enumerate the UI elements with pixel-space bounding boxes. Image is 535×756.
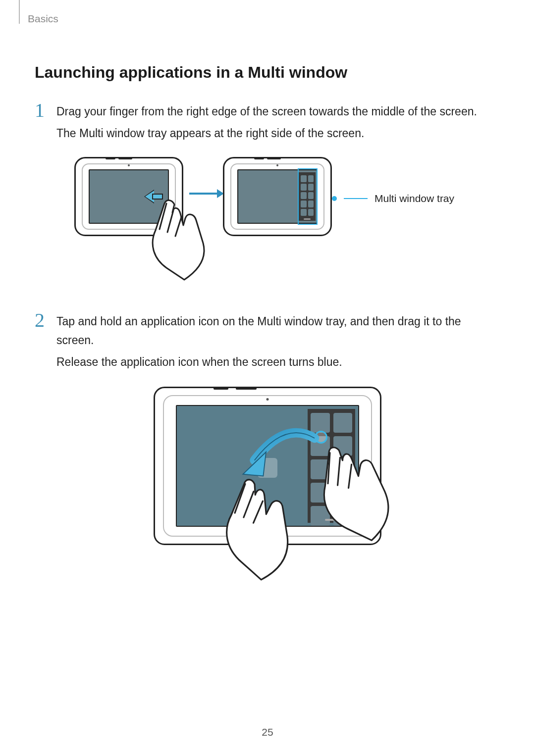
step-1-line-2: The Multi window tray appears at the rig… — [56, 124, 500, 143]
hand-icon — [309, 436, 407, 551]
step-1-line-1: Drag your finger from the right edge of … — [56, 102, 500, 121]
step-2-number: 2 — [35, 310, 56, 330]
hand-icon — [212, 473, 310, 588]
transition-arrow-icon — [189, 193, 218, 195]
touch-ring-icon — [315, 431, 327, 444]
page-number: 25 — [262, 726, 273, 738]
header-rule — [19, 0, 20, 24]
drop-target-icon — [258, 458, 277, 478]
step-1-number: 1 — [35, 101, 56, 120]
header-section: Basics — [28, 13, 500, 25]
section-title: Launching applications in a Multi window — [35, 63, 500, 82]
step-2-line-2: Release the application icon when the sc… — [56, 353, 500, 372]
hand-icon — [145, 196, 224, 285]
callout-tray: Multi window tray — [332, 193, 454, 204]
figure-1: Multi window tray — [74, 157, 500, 281]
tray-highlight-box — [298, 168, 318, 225]
step-2-line-1: Tap and hold an application icon on the … — [56, 312, 500, 350]
figure-2 — [144, 387, 391, 600]
step-1: 1 Drag your finger from the right edge o… — [35, 101, 500, 143]
step-2: 2 Tap and hold an application icon on th… — [35, 310, 500, 372]
tablet-after — [223, 157, 332, 236]
callout-tray-label: Multi window tray — [374, 193, 454, 204]
